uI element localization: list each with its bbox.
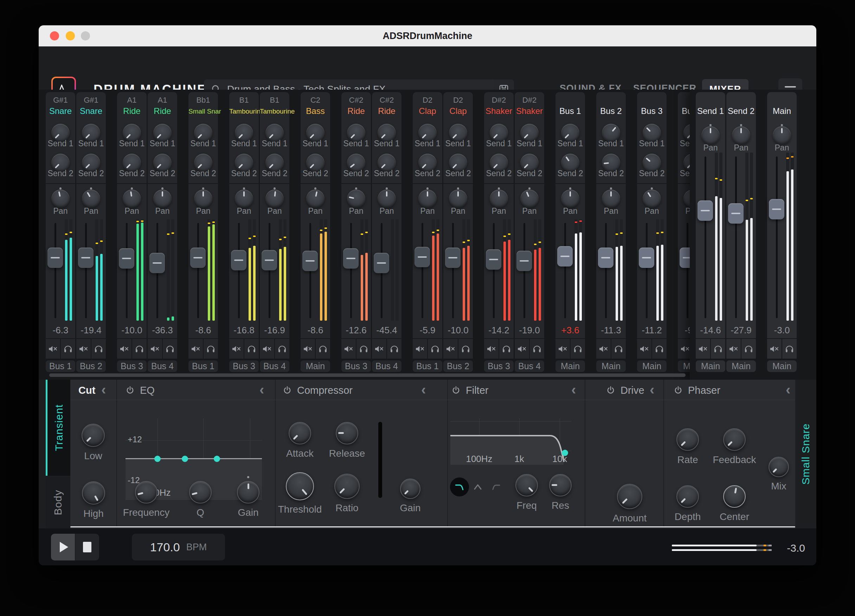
compressor-gain-knob[interactable] [400, 478, 420, 499]
strip-route-button[interactable]: Main [767, 360, 797, 372]
solo-button[interactable] [274, 339, 290, 359]
filter-cutoff-handle[interactable] [562, 450, 568, 456]
strip-route-button[interactable]: Main [300, 360, 330, 372]
cut-collapse-chevron-icon[interactable]: ‹ [101, 383, 106, 397]
phaser-collapse-chevron-icon[interactable]: ‹ [786, 383, 790, 397]
strip-route-button[interactable]: Bus 3 [229, 360, 259, 372]
cut-high-knob[interactable] [82, 481, 105, 504]
fx-panel-scrollbar[interactable] [70, 526, 795, 527]
mute-button[interactable] [515, 339, 529, 359]
filter-type-highpass-button[interactable] [490, 483, 501, 493]
strip-route-button[interactable]: Main [726, 360, 756, 372]
solo-button[interactable] [203, 339, 218, 359]
solo-button[interactable] [611, 339, 626, 359]
mute-button[interactable] [148, 339, 162, 359]
mute-button[interactable] [596, 339, 611, 359]
fader-handle[interactable] [639, 248, 654, 268]
bpm-field[interactable]: 170.0 BPM [132, 534, 225, 561]
fader-handle[interactable] [78, 248, 93, 268]
solo-button[interactable] [781, 339, 797, 359]
mute-button[interactable] [260, 339, 274, 359]
pan-knob[interactable] [347, 190, 365, 208]
mute-button[interactable] [300, 339, 315, 359]
filter-type-bandpass-button[interactable] [473, 483, 483, 493]
phaser-feedback-knob[interactable] [723, 428, 746, 451]
mixer-horizontal-scrollbar[interactable] [49, 373, 686, 377]
solo-button[interactable] [244, 339, 259, 359]
mute-button[interactable] [767, 339, 781, 359]
mute-button[interactable] [726, 339, 741, 359]
stop-button[interactable] [75, 534, 99, 561]
pan-knob[interactable] [520, 190, 539, 208]
fader-handle[interactable] [516, 251, 532, 271]
pan-knob[interactable] [418, 190, 437, 208]
compressor-attack-knob[interactable] [289, 422, 311, 444]
pan-knob[interactable] [194, 190, 212, 208]
solo-button[interactable] [386, 339, 401, 359]
mute-button[interactable] [443, 339, 458, 359]
fader-handle[interactable] [374, 253, 389, 273]
mute-button[interactable] [188, 339, 203, 359]
play-button[interactable] [51, 534, 75, 561]
fader-handle[interactable] [149, 253, 165, 273]
mute-button[interactable] [342, 339, 356, 359]
solo-button[interactable] [458, 339, 473, 359]
solo-button[interactable] [651, 339, 667, 359]
tab-body[interactable]: Body [46, 477, 70, 529]
pan-knob[interactable] [643, 190, 661, 208]
phaser-depth-knob[interactable] [676, 485, 699, 508]
strip-route-button[interactable]: Bus 2 [443, 360, 473, 372]
fader-handle[interactable] [445, 248, 461, 268]
drive-collapse-chevron-icon[interactable]: ‹ [650, 383, 654, 397]
pan-knob[interactable] [773, 126, 791, 144]
eq-band-handle[interactable] [214, 456, 220, 462]
pan-knob[interactable] [602, 190, 620, 208]
solo-button[interactable] [356, 339, 371, 359]
cut-low-knob[interactable] [81, 424, 105, 447]
drive-amount-knob[interactable] [617, 484, 642, 509]
fader-handle[interactable] [598, 248, 613, 268]
drive-power-icon[interactable] [606, 385, 616, 395]
pan-knob[interactable] [153, 190, 172, 208]
filter-power-icon[interactable] [451, 385, 461, 395]
eq-q-knob[interactable] [189, 481, 211, 504]
fader-handle[interactable] [343, 248, 359, 269]
pan-knob[interactable] [235, 190, 253, 208]
pan-knob[interactable] [449, 190, 467, 208]
filter-graph[interactable]: 100Hz 1k 10k [450, 418, 571, 465]
compressor-release-knob[interactable] [336, 422, 358, 444]
solo-button[interactable] [498, 339, 513, 359]
fader-handle[interactable] [302, 251, 318, 271]
mute-button[interactable] [46, 339, 60, 359]
eq-gain-knob[interactable] [237, 481, 259, 504]
compressor-threshold-knob[interactable] [286, 472, 314, 500]
pan-knob[interactable] [701, 126, 720, 144]
mute-button[interactable] [696, 339, 710, 359]
eq-collapse-chevron-icon[interactable]: ‹ [259, 383, 264, 397]
strip-route-button[interactable]: Bus 3 [342, 360, 371, 372]
mute-button[interactable] [413, 339, 427, 359]
mute-button[interactable] [76, 339, 91, 359]
eq-power-icon[interactable] [125, 385, 135, 395]
solo-button[interactable] [60, 339, 75, 359]
phaser-center-knob[interactable] [723, 485, 746, 508]
mute-button[interactable] [555, 339, 570, 359]
fader-handle[interactable] [486, 249, 501, 270]
solo-button[interactable] [427, 339, 442, 359]
fader-handle[interactable] [728, 203, 743, 224]
solo-button[interactable] [741, 339, 756, 359]
strip-route-button[interactable]: Bus 3 [117, 360, 147, 372]
solo-button[interactable] [315, 339, 330, 359]
strip-route-button[interactable]: Bus 4 [515, 360, 544, 372]
compressor-power-icon[interactable] [282, 385, 292, 395]
eq-frequency-knob[interactable] [135, 481, 158, 504]
fader-handle[interactable] [231, 250, 247, 270]
solo-button[interactable] [91, 339, 106, 359]
strip-route-button[interactable]: Main [596, 360, 626, 372]
strip-route-button[interactable]: Main [555, 360, 585, 372]
mute-button[interactable] [117, 339, 132, 359]
eq-band-handle[interactable] [154, 456, 161, 462]
filter-type-lowpass-button[interactable] [450, 478, 469, 496]
strip-route-button[interactable]: Bus 4 [148, 360, 177, 372]
solo-button[interactable] [570, 339, 585, 359]
